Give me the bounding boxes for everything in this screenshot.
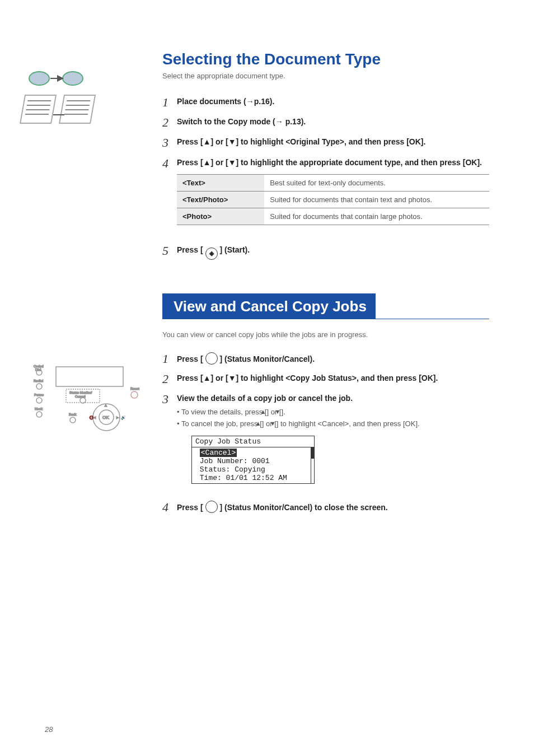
svg-point-34 — [70, 417, 76, 423]
step-2b: 2 Press [▲] or [▼] to highlight <Copy Jo… — [162, 372, 489, 386]
status-monitor-button-icon — [205, 352, 218, 365]
page-number: 28 — [45, 725, 53, 734]
step-1: 1 Place documents (→p.16). — [162, 96, 489, 109]
lcd-line: Time: 01/01 12:52 AM — [200, 474, 287, 482]
step-number: 3 — [162, 393, 177, 406]
document-type-table: <Text>Best suited for text-only document… — [177, 174, 489, 225]
lcd-title: Copy Job Status — [192, 436, 314, 447]
step-number: 4 — [162, 157, 177, 170]
step-3b: 3 View the details of a copy job or canc… — [162, 393, 489, 494]
steps-list-2: 1 Press [ ] (Status Monitor/Cancel). 2 P… — [162, 352, 489, 514]
svg-point-18 — [36, 398, 42, 403]
section-intro: Select the appropriate document type. — [162, 72, 489, 80]
lcd-highlighted-line: <Cancel> — [200, 449, 237, 457]
option-desc: Suited for documents that contain text a… — [264, 191, 489, 208]
option-desc: Best suited for text-only documents. — [264, 174, 489, 191]
svg-text:Pause: Pause — [34, 393, 44, 396]
sub-bullets: To view the details, press [▲] or [▼]. T… — [177, 407, 489, 430]
svg-point-20 — [36, 412, 42, 417]
svg-point-32 — [131, 391, 138, 398]
steps-list-1: 1 Place documents (→p.16). 2 Switch to t… — [162, 96, 489, 260]
start-button-icon: ◈ — [205, 248, 218, 260]
step-4b: 4 Press [ ] (Status Monitor/Cancel) to c… — [162, 501, 489, 514]
step-text: Press [▲] or [▼] to highlight <Original … — [177, 136, 489, 148]
step-2: 2 Switch to the Copy mode (→ p.13). — [162, 116, 489, 129]
section-banner: View and Cancel Copy Jobs — [162, 293, 376, 319]
bullet: To cancel the job, press [▲] or [▼] to h… — [177, 418, 489, 430]
lcd-line: Status: Copying — [200, 465, 265, 474]
svg-text:Dial: Dial — [35, 368, 41, 371]
lcd-scrollbar — [311, 447, 314, 483]
step-number: 1 — [162, 96, 177, 109]
control-panel-illustration: CodedDial Redial Pause Hook Status Monit… — [17, 364, 140, 442]
svg-point-0 — [29, 72, 49, 85]
step-text: Switch to the Copy mode (→ p.13). — [177, 116, 489, 128]
section-heading: Selecting the Document Type — [162, 50, 489, 68]
lcd-screenshot: Copy Job Status <Cancel> Job Number: 000… — [191, 436, 315, 484]
svg-text:Back: Back — [69, 413, 77, 416]
step-1b: 1 Press [ ] (Status Monitor/Cancel). — [162, 352, 489, 366]
step-text: Press [ ◈ ] (Start). — [177, 244, 489, 260]
table-row: <Photo>Suited for documents that contain… — [177, 208, 489, 225]
step-number: 2 — [162, 372, 177, 386]
svg-text:Status Monitor/: Status Monitor/ — [69, 391, 92, 394]
step-number: 2 — [162, 116, 177, 129]
step-text: Press [▲] or [▼] to highlight <Copy Job … — [177, 372, 489, 384]
svg-text:🔊: 🔊 — [121, 415, 126, 420]
step-text: View the details of a copy job or cancel… — [177, 393, 489, 404]
step-text: Press [▲] or [▼] to highlight the approp… — [177, 157, 489, 169]
step-number: 3 — [162, 136, 177, 150]
option-key: <Text> — [177, 174, 264, 191]
option-key: <Photo> — [177, 208, 264, 225]
svg-text:Hook: Hook — [35, 407, 43, 410]
option-key: <Text/Photo> — [177, 191, 264, 208]
svg-text:🔇: 🔇 — [89, 415, 94, 420]
svg-text:OK: OK — [102, 415, 109, 420]
step-text: Place documents (→p.16). — [177, 96, 489, 108]
option-desc: Suited for documents that contain large … — [264, 208, 489, 225]
section2-lead: You can view or cancel copy jobs while t… — [162, 330, 489, 339]
bullet: To view the details, press [▲] or [▼]. — [177, 407, 489, 418]
lcd-line: Job Number: 0001 — [200, 457, 270, 465]
step-text: Press [ ] (Status Monitor/Cancel). — [177, 352, 489, 365]
step-5: 5 Press [ ◈ ] (Start). — [162, 244, 489, 260]
svg-rect-12 — [56, 367, 123, 386]
margin-illustrations: CodedDial Redial Pause Hook Status Monit… — [17, 62, 157, 442]
step-number: 5 — [162, 244, 177, 258]
table-row: <Text/Photo>Suited for documents that co… — [177, 191, 489, 208]
svg-text:Redial: Redial — [34, 379, 43, 382]
documents-illustration — [17, 62, 106, 151]
step-number: 4 — [162, 501, 177, 514]
step-text: Press [ ] (Status Monitor/Cancel) to clo… — [177, 501, 489, 514]
step-4: 4 Press [▲] or [▼] to highlight the appr… — [162, 157, 489, 237]
svg-point-16 — [36, 384, 42, 389]
svg-text:Reset: Reset — [130, 387, 139, 390]
status-monitor-button-icon — [205, 501, 218, 513]
step-number: 1 — [162, 352, 177, 366]
step-3: 3 Press [▲] or [▼] to highlight <Origina… — [162, 136, 489, 150]
svg-text:▴: ▴ — [105, 403, 107, 408]
svg-text:▸: ▸ — [116, 415, 119, 420]
table-row: <Text>Best suited for text-only document… — [177, 174, 489, 191]
svg-point-1 — [63, 72, 83, 85]
